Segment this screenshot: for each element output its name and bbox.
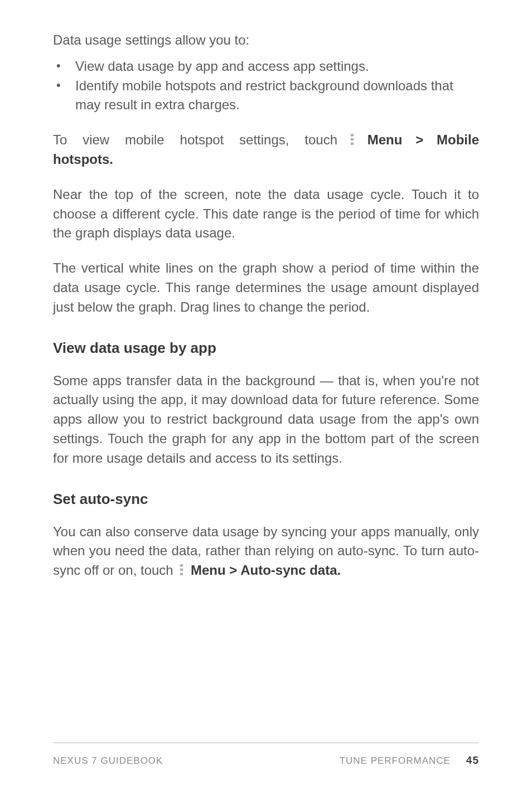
svg-rect-3: [180, 564, 183, 566]
svg-rect-0: [351, 134, 354, 136]
autosync-paragraph: You can also conserve data usage by sync…: [53, 522, 479, 580]
menu-icon: [179, 564, 185, 576]
intro-paragraph: Data usage settings allow you to:: [53, 31, 479, 50]
menu-path: Menu > Auto-sync data.: [191, 563, 341, 578]
footer-book-title: NEXUS 7 GUIDEBOOK: [53, 755, 163, 767]
svg-rect-1: [351, 138, 354, 140]
cycle-paragraph: Near the top of the screen, note the dat…: [53, 185, 479, 243]
bullet-list: View data usage by app and access app se…: [53, 57, 479, 115]
text-prefix: To view mobile hotspot settings, touch: [53, 132, 337, 147]
footer-rule: [53, 743, 479, 743]
menu-path: Menu > Mobile: [367, 132, 479, 147]
page-footer: NEXUS 7 GUIDEBOOK TUNE PERFORMANCE 45: [53, 738, 479, 767]
view-paragraph: Some apps transfer data in the backgroun…: [53, 371, 479, 468]
graph-paragraph: The vertical white lines on the graph sh…: [53, 259, 479, 317]
heading-auto-sync: Set auto-sync: [53, 491, 479, 508]
footer-section: TUNE PERFORMANCE: [340, 755, 451, 767]
svg-rect-4: [180, 569, 183, 571]
footer-page-number: 45: [466, 754, 479, 767]
svg-rect-2: [351, 143, 354, 145]
footer-row: NEXUS 7 GUIDEBOOK TUNE PERFORMANCE 45: [53, 754, 479, 767]
bullet-item: View data usage by app and access app se…: [53, 57, 479, 76]
document-page: Data usage settings allow you to: View d…: [0, 0, 532, 800]
menu-icon: [350, 133, 355, 146]
heading-view-usage: View data usage by app: [53, 340, 479, 357]
bullet-item: Identify mobile hotspots and restrict ba…: [53, 76, 479, 115]
hotspot-paragraph: To view mobile hotspot settings, touch M…: [53, 130, 479, 169]
footer-right: TUNE PERFORMANCE 45: [340, 754, 479, 767]
menu-path-cont: hotspots.: [53, 150, 113, 169]
svg-rect-5: [180, 573, 183, 575]
